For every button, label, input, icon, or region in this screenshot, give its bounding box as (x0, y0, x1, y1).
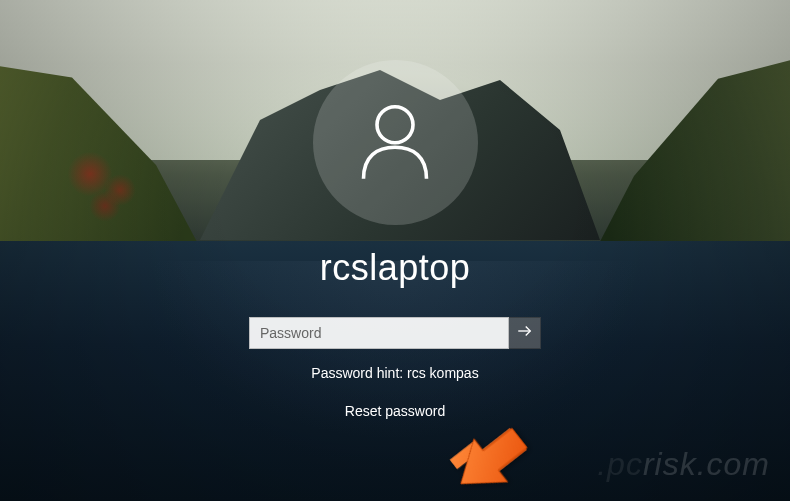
watermark-text: .pcrisk.com (597, 446, 770, 483)
username-label: rcslaptop (320, 247, 471, 289)
password-input[interactable] (249, 317, 509, 349)
password-row (249, 317, 541, 349)
reset-password-link[interactable]: Reset password (345, 403, 445, 419)
user-icon (350, 96, 440, 190)
login-panel: rcslaptop Password hint: rcs kompas Rese… (0, 0, 790, 419)
submit-button[interactable] (509, 317, 541, 349)
password-hint: Password hint: rcs kompas (311, 365, 478, 381)
arrow-right-icon (516, 322, 534, 344)
user-avatar (313, 60, 478, 225)
svg-point-0 (377, 106, 413, 142)
